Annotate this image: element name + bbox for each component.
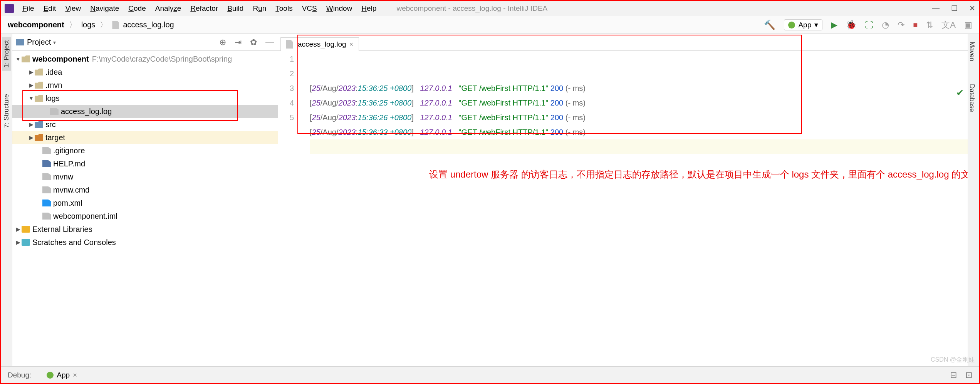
chevron-right-icon: 〉 [100, 20, 107, 30]
file-icon [42, 147, 51, 154]
menubar: File Edit View Navigate Code Analyze Ref… [1, 1, 979, 16]
maximize-icon[interactable]: ☐ [951, 4, 958, 13]
tree-file-mvnwcmd[interactable]: ▶mvnw.cmd [12, 183, 278, 196]
crumb-root[interactable]: webcomponent [8, 20, 64, 29]
build-icon[interactable]: 🔨 [764, 20, 775, 30]
tree-file-pom[interactable]: ▶pom.xml [12, 196, 278, 210]
tree-folder-src[interactable]: ▶src [12, 118, 278, 131]
tree-file-help[interactable]: ▶HELP.md [12, 157, 278, 170]
tree-scratches[interactable]: ▶Scratches and Consoles [12, 236, 278, 249]
tree-external-libs[interactable]: ▶External Libraries [12, 223, 278, 236]
editor-tab-accesslog[interactable]: access_log.log × [280, 37, 359, 51]
events-icon[interactable]: ⊟ [950, 370, 957, 380]
update-icon[interactable]: ⇅ [926, 20, 933, 30]
scratch-icon [22, 239, 30, 246]
chevron-down-icon: ▾ [814, 20, 818, 29]
collapse-icon[interactable]: — [265, 37, 274, 47]
menu-tools[interactable]: Tools [271, 4, 297, 13]
file-icon [286, 40, 293, 49]
menu-build[interactable]: Build [223, 4, 248, 13]
tree-folder-logs[interactable]: ▼logs [12, 92, 278, 105]
menu-run[interactable]: Run [248, 4, 271, 13]
maven-icon [42, 200, 51, 206]
settings-icon[interactable]: ✿ [250, 37, 257, 47]
project-tree[interactable]: ▼ webcomponent F:\myCode\crazyCode\Sprin… [12, 51, 278, 366]
chevron-right-icon: 〉 [69, 20, 77, 30]
coverage-icon[interactable]: ⛶ [865, 20, 873, 30]
menu-window[interactable]: Window [322, 4, 357, 13]
tree-folder-target[interactable]: ▶target [12, 131, 278, 144]
close-tab-icon[interactable]: × [349, 40, 354, 49]
tab-structure[interactable]: 7: Structure [3, 94, 10, 128]
folder-icon [35, 121, 43, 128]
annotation-text: 设置 undertow 服务器 的访客日志，不用指定日志的存放路径，默认是在项目… [429, 167, 979, 182]
folder-icon [35, 82, 43, 89]
minimize-icon[interactable]: — [932, 4, 940, 13]
tree-folder-mvn[interactable]: ▶.mvn [12, 79, 278, 92]
file-icon [50, 108, 59, 115]
statusbar: Debug: App × ⊟ ⊡ [1, 366, 979, 383]
run-config-name: App [798, 21, 811, 29]
menu-vcs[interactable]: VCS [297, 4, 322, 13]
menu-refactor[interactable]: Refactor [186, 4, 223, 13]
menu-file[interactable]: File [18, 4, 39, 13]
tab-maven[interactable]: Maven [968, 42, 976, 61]
status-debug-label[interactable]: Debug: [8, 371, 31, 379]
left-tool-tabs: 1: Project 7: Structure [1, 34, 12, 366]
editor-area: access_log.log × 12345 [25/Aug/2023:15:3… [278, 34, 968, 366]
debug-icon[interactable]: 🐞 [846, 20, 856, 30]
chevron-down-icon[interactable]: ▾ [53, 39, 56, 45]
file-icon [112, 21, 119, 29]
close-icon[interactable]: × [73, 371, 77, 379]
expand-icon[interactable]: ⇥ [235, 37, 242, 47]
folder-icon [35, 134, 43, 141]
status-app-chip[interactable]: App × [43, 370, 81, 380]
stop-icon[interactable]: ■ [913, 20, 918, 29]
attach-icon[interactable]: ↷ [898, 20, 904, 30]
tab-database[interactable]: Database [968, 84, 976, 112]
target-icon[interactable]: ⊕ [219, 37, 226, 47]
folder-icon [35, 69, 43, 75]
tree-root[interactable]: ▼ webcomponent F:\myCode\crazyCode\Sprin… [12, 52, 278, 65]
spring-icon [788, 22, 795, 29]
tab-project[interactable]: 1: Project [2, 37, 11, 71]
menu-code[interactable]: Code [124, 4, 150, 13]
check-icon: ✔ [956, 86, 964, 100]
run-icon[interactable]: ▶ [831, 20, 837, 30]
crumb-folder[interactable]: logs [81, 20, 96, 29]
file-icon [42, 173, 51, 180]
library-icon [22, 226, 30, 233]
spring-icon [47, 372, 54, 379]
search-everywhere-icon[interactable]: ▣ [964, 20, 972, 30]
tree-file-accesslog[interactable]: ▶access_log.log [12, 105, 278, 118]
code[interactable]: [25/Aug/2023:15:36:25 +0800] 127.0.0.1 "… [298, 51, 968, 366]
tree-folder-idea[interactable]: ▶.idea [12, 65, 278, 79]
project-panel-title[interactable]: Project [27, 38, 51, 47]
file-icon [42, 186, 51, 193]
menu-edit[interactable]: Edit [39, 4, 61, 13]
project-view-icon [16, 39, 24, 45]
menu-navigate[interactable]: Navigate [86, 4, 124, 13]
tree-file-mvnw[interactable]: ▶mvnw [12, 170, 278, 183]
app-icon [5, 4, 14, 13]
profiler-icon[interactable]: ◔ [882, 20, 889, 30]
right-tool-tabs: Maven Database [968, 34, 979, 366]
close-icon[interactable]: ✕ [969, 4, 975, 13]
memory-icon[interactable]: ⊡ [965, 370, 972, 380]
file-icon [42, 213, 51, 220]
menu-view[interactable]: View [60, 4, 86, 13]
editor[interactable]: 12345 [25/Aug/2023:15:36:25 +0800] 127.0… [278, 51, 968, 366]
tree-file-gitignore[interactable]: ▶.gitignore [12, 144, 278, 157]
project-panel-header: Project ▾ ⊕ ⇥ ✿ — [12, 34, 278, 51]
editor-tabs: access_log.log × [278, 34, 968, 51]
translate-icon[interactable]: 文A [941, 19, 956, 31]
run-config-selector[interactable]: App ▾ [784, 19, 822, 30]
window-title: webcomponent - access_log.log - IntelliJ… [396, 4, 932, 13]
gutter: 12345 [278, 51, 298, 366]
crumb-file[interactable]: access_log.log [123, 20, 174, 29]
tree-file-iml[interactable]: ▶webcomponent.iml [12, 210, 278, 223]
menu-analyze[interactable]: Analyze [151, 4, 186, 13]
breadcrumb: webcomponent 〉 logs 〉 access_log.log [8, 20, 174, 30]
menu-help[interactable]: Help [357, 4, 381, 13]
folder-icon [35, 95, 43, 102]
